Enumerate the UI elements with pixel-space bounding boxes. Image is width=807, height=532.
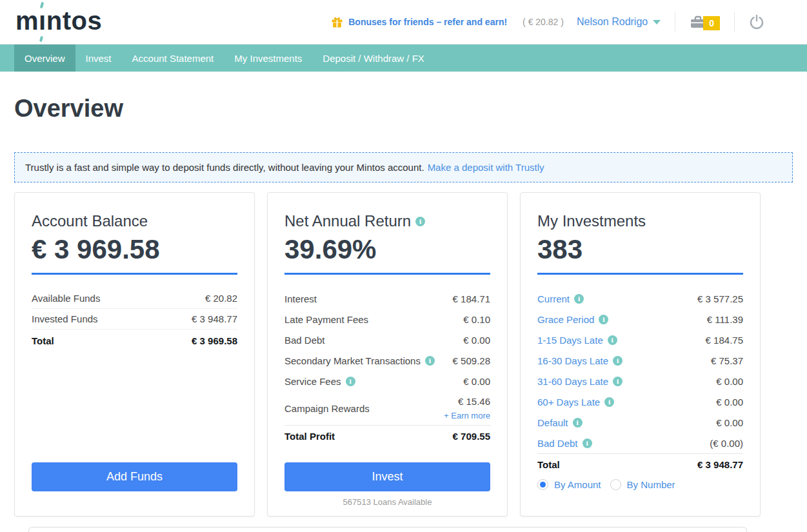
nav-item-account-statement[interactable]: Account Statement (122, 44, 224, 72)
logo-text: m (15, 6, 39, 35)
row-60-plus-days-late: 60+ Days Late € 0.00 (537, 391, 743, 412)
info-icon[interactable] (415, 217, 425, 226)
radio-by-amount-label[interactable]: By Amount (554, 479, 601, 490)
row-value: € 184.75 (706, 335, 743, 346)
account-balance-card: Account Balance € 3 969.58 Available Fun… (14, 192, 255, 517)
summary-cards: Account Balance € 3 969.58 Available Fun… (14, 192, 793, 517)
account-balance-amount: € 3 969.58 (32, 234, 237, 265)
row-value: € 3 948.77 (697, 459, 743, 470)
radio-unselected-icon[interactable] (610, 479, 621, 490)
net-annual-return-amount: 39.69% (284, 234, 490, 265)
row-label: Current (537, 293, 584, 304)
power-icon (749, 14, 764, 30)
row-interest: Interest € 184.71 (284, 288, 490, 309)
days-late-16-30-link[interactable]: 16-30 Days Late (537, 355, 608, 366)
my-investments-rows: Current € 3 577.25 Grace Period € 111.39… (537, 288, 743, 475)
row-value: € 0.10 (463, 314, 490, 325)
next-section-panel (28, 527, 747, 532)
earn-more-link[interactable]: + Earn more (444, 409, 490, 422)
portfolio-briefcase-button[interactable]: 0 (690, 14, 720, 30)
row-label: Total Profit (284, 431, 335, 442)
row-bad-debt: Bad Debt € 0.00 (284, 330, 490, 350)
nav-item-invest[interactable]: Invest (75, 44, 122, 72)
radio-selected-icon[interactable] (537, 479, 548, 490)
chevron-down-icon (653, 20, 661, 25)
row-label: 60+ Days Late (537, 397, 614, 408)
row-service-fees: Service Fees € 0.00 (284, 371, 490, 391)
nav-item-my-investments[interactable]: My Investments (224, 44, 312, 72)
row-label: Service Fees (284, 376, 355, 387)
row-value: € 0.00 (463, 376, 490, 387)
info-icon[interactable] (608, 335, 617, 345)
bonus-link-label: Bonuses for friends – refer and earn! (348, 17, 507, 27)
row-label: Secondary Market Transactions (284, 355, 435, 366)
nav-item-deposit-withdraw-fx[interactable]: Deposit / Withdraw / FX (312, 44, 435, 72)
info-icon[interactable] (604, 397, 614, 407)
mintos-logo[interactable]: mıntos (15, 8, 102, 36)
main-navigation: Overview Invest Account Statement My Inv… (0, 44, 807, 72)
logo-text: ntos (46, 6, 102, 35)
net-annual-return-card: Net Annual Return 39.69% Interest € 184.… (267, 192, 508, 517)
header-divider (734, 12, 735, 32)
row-label: Available Funds (32, 293, 100, 304)
row-label: 16-30 Days Late (537, 355, 623, 366)
row-1-15-days-late: 1-15 Days Late € 184.75 (537, 330, 743, 350)
info-icon[interactable] (613, 377, 623, 386)
current-link[interactable]: Current (537, 293, 570, 304)
row-value: € 0.00 (716, 417, 743, 428)
row-total-balance: Total € 3 969.58 (32, 330, 237, 351)
info-icon[interactable] (425, 356, 435, 366)
logout-button[interactable] (749, 14, 764, 30)
row-value: € 0.00 (463, 335, 490, 346)
invest-button[interactable]: Invest (284, 462, 490, 491)
info-icon[interactable] (574, 294, 584, 304)
grace-period-link[interactable]: Grace Period (537, 314, 594, 325)
info-icon[interactable] (613, 356, 623, 366)
row-campaign-rewards: Campaign Rewards € 15.46 + Earn more (284, 391, 490, 425)
account-balance-rows: Available Funds € 20.82 Invested Funds €… (32, 288, 237, 351)
row-label: Bad Debt (284, 335, 325, 346)
top-header: mıntos Bonuses for friends – refer and e… (0, 0, 807, 44)
my-investments-card: My Investments 383 Current € 3 577.25 Gr… (520, 192, 761, 517)
row-value: € 0.00 (716, 397, 743, 408)
row-label: Grace Period (537, 314, 608, 325)
days-late-31-60-link[interactable]: 31-60 Days Late (537, 376, 608, 387)
bad-debt-link[interactable]: Bad Debt (537, 438, 578, 449)
radio-by-number-label[interactable]: By Number (627, 479, 675, 490)
row-label: 31-60 Days Late (537, 376, 623, 387)
available-balance-hint: ( € 20.82 ) (523, 17, 564, 27)
row-value: € 509.28 (453, 355, 490, 366)
row-default: Default € 0.00 (537, 412, 743, 433)
row-value: € 709.55 (453, 431, 490, 442)
days-late-1-15-link[interactable]: 1-15 Days Late (537, 335, 603, 346)
logo-accent-i: ı (39, 8, 46, 34)
main-content: Overview Trustly is a fast and simple wa… (0, 95, 807, 517)
row-current: Current € 3 577.25 (537, 288, 743, 309)
row-label-text: Service Fees (284, 376, 341, 387)
gift-icon (331, 16, 343, 28)
radio-by-amount[interactable]: By Amount (537, 479, 601, 490)
info-icon[interactable] (583, 438, 592, 448)
radio-by-number[interactable]: By Number (610, 479, 675, 490)
header-right-cluster: Bonuses for friends – refer and earn! ( … (331, 12, 764, 32)
investments-view-toggle: By Amount By Number (537, 479, 743, 490)
row-31-60-days-late: 31-60 Days Late € 0.00 (537, 371, 743, 391)
user-menu[interactable]: Nelson Rodrigo (577, 16, 661, 28)
row-value: € 184.71 (453, 293, 490, 304)
nav-item-overview[interactable]: Overview (14, 44, 75, 72)
row-value: € 3 969.58 (192, 335, 237, 346)
days-late-60-plus-link[interactable]: 60+ Days Late (537, 397, 600, 408)
info-icon[interactable] (573, 418, 583, 428)
card-underline (537, 273, 743, 275)
row-label: Total (537, 459, 560, 470)
page-title: Overview (14, 95, 793, 123)
info-icon[interactable] (599, 315, 608, 324)
default-link[interactable]: Default (537, 417, 568, 428)
info-icon[interactable] (346, 377, 355, 386)
net-annual-return-rows: Interest € 184.71 Late Payment Fees € 0.… (284, 288, 490, 447)
row-invested-funds: Invested Funds € 3 948.77 (32, 309, 237, 330)
bonus-referral-link[interactable]: Bonuses for friends – refer and earn! (331, 16, 507, 28)
add-funds-button[interactable]: Add Funds (32, 462, 237, 491)
row-value: € 111.39 (707, 314, 743, 325)
trustly-deposit-link[interactable]: Make a deposit with Trustly (428, 162, 544, 173)
